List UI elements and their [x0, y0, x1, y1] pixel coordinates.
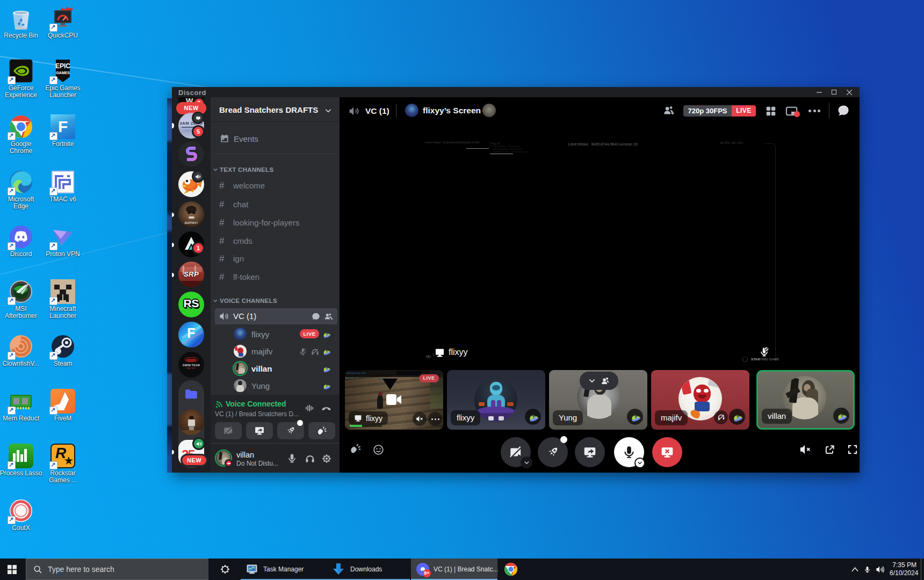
svg-text:EPIC: EPIC: [55, 62, 70, 70]
svg-text:GAMES: GAMES: [56, 71, 70, 75]
